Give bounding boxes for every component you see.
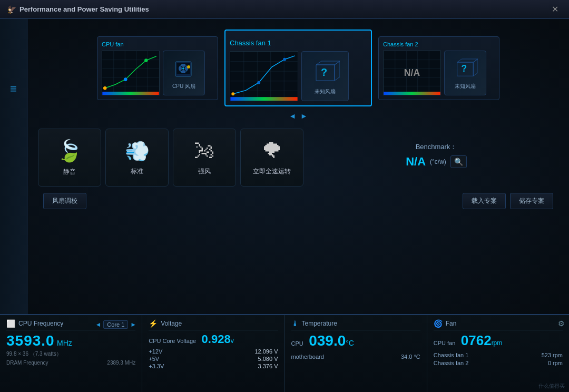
fan-card-chassis1[interactable]: Chassis fan 1: [224, 30, 372, 106]
fan-chassis1-row: Chassis fan 1 523 rpm: [434, 352, 563, 358]
turbo-icon: 🌬: [194, 139, 215, 163]
fan-tune-button[interactable]: 风扇调校: [43, 193, 86, 209]
temp-icon: 🌡: [291, 319, 299, 328]
fan-mode-standard[interactable]: 💨 标准: [105, 129, 169, 187]
fan-card-chassis2[interactable]: Chassis fan 2: [378, 36, 499, 100]
pagination-row: ◄ ►: [38, 112, 558, 120]
temp-main-row: CPU 039.0°C: [291, 332, 420, 349]
save-button[interactable]: 储存专案: [510, 193, 553, 209]
load-button[interactable]: 载入专案: [463, 193, 506, 209]
asus-logo: 🦅: [6, 5, 15, 14]
benchmark-value: N/A: [406, 155, 426, 169]
fan-cpu-unit: rpm: [492, 339, 503, 347]
fan-card-cpu-content: CPU 风扇: [102, 51, 213, 95]
voltage-main-unit: v: [231, 337, 234, 345]
chassis2-fan-icon-box: ? 未知风扇: [444, 51, 486, 95]
svg-rect-49: [384, 92, 440, 95]
benchmark-search-button[interactable]: 🔍: [450, 155, 467, 168]
pagination-prev[interactable]: ◄: [289, 112, 296, 120]
svg-point-16: [181, 64, 185, 67]
core-next-button[interactable]: ►: [130, 321, 136, 328]
benchmark-section: Benchmark： N/A (°c/w) 🔍: [314, 142, 558, 169]
cpu-frequency-section: ⬜ CPU Frequency ◄ Core 1 ► 3593.0 MHz 99…: [0, 315, 142, 392]
fan-mode-fullspeed[interactable]: 🌪 立即全速运转: [240, 129, 303, 187]
benchmark-unit: (°c/w): [430, 158, 446, 165]
temp-cpu-value: 039.0: [309, 332, 346, 349]
svg-text:?: ?: [320, 66, 327, 78]
chassis1-unknown-icon: ?: [311, 57, 340, 86]
pagination-next[interactable]: ►: [300, 112, 308, 120]
voltage-main-row: CPU Core Voltage 0.928v: [149, 332, 278, 346]
turbo-label: 强风: [198, 167, 211, 176]
watermark: 什么值得买: [538, 383, 565, 390]
voltage-5v-row: +5V 5.080 V: [149, 356, 278, 362]
v12-label: +12V: [149, 348, 162, 355]
chassis2-fan-graph: N/A: [383, 51, 441, 95]
svg-point-33: [283, 58, 286, 61]
content-area: CPU fan: [27, 19, 569, 314]
voltage-12v-row: +12V 12.096 V: [149, 348, 278, 355]
voltage-icon: ⚡: [149, 319, 158, 328]
temp-mb-value: 34.0 °C: [401, 354, 420, 360]
cpu-freq-value: 3593.0: [6, 332, 55, 349]
fan-card-chassis2-content: N/A: [383, 51, 495, 95]
chassis1-fan-icon-box: ? 未知风扇: [301, 51, 349, 101]
fan-title: Fan: [446, 320, 457, 327]
fan-header: 🌀 Fan: [434, 319, 563, 330]
svg-point-19: [179, 66, 182, 71]
cpu-freq-unit: MHz: [57, 339, 72, 347]
fan-mode-turbo[interactable]: 🌬 强风: [173, 129, 236, 187]
svg-point-32: [257, 81, 260, 84]
cpu-freq-header: ⬜ CPU Frequency ◄ Core 1 ►: [6, 319, 135, 330]
fan-card-chassis1-title: Chassis fan 1: [230, 39, 367, 47]
core-prev-button[interactable]: ◄: [95, 321, 101, 328]
benchmark-label: Benchmark：: [416, 142, 457, 152]
temp-mb-label: motherboard: [291, 354, 324, 360]
temp-header: 🌡 Temperature: [291, 319, 420, 330]
fan-modes-row: 🍃 静音 💨 标准 🌬 强风 🌪 立即全速运转: [38, 129, 303, 187]
cpu-fan-icon-box: CPU 风扇: [163, 51, 205, 95]
cpu-dram-row: DRAM Frequency 2389.3 MHz: [6, 360, 135, 366]
fan-main-row: CPU fan 0762rpm: [434, 332, 563, 349]
fullspeed-label: 立即全速运转: [253, 167, 291, 176]
chassis1-fan-label: 未知风扇: [315, 88, 336, 95]
fan-cpu-value: 0762: [461, 332, 492, 348]
svg-marker-52: [473, 59, 478, 76]
svg-text:N/A: N/A: [404, 67, 420, 77]
voltage-main-label: CPU Core Voltage: [149, 338, 196, 344]
svg-point-18: [181, 71, 185, 73]
fan-card-cpu[interactable]: CPU fan: [97, 36, 218, 100]
fan-card-cpu-title: CPU fan: [102, 41, 213, 47]
cpu-sub-info: 99.8 × 36 （7.3 watts）: [6, 350, 135, 358]
cpu-fan-graph: [102, 51, 160, 95]
svg-point-11: [144, 58, 148, 62]
fan-cpu-label: CPU fan: [434, 340, 456, 346]
v5-label: +5V: [149, 356, 159, 362]
temp-cpu-unit: °C: [346, 339, 354, 347]
status-bar: ⬜ CPU Frequency ◄ Core 1 ► 3593.0 MHz 99…: [0, 314, 569, 392]
main-container: ≡ CPU fan: [0, 19, 569, 314]
silent-label: 静音: [63, 168, 76, 177]
chassis1-fan-graph: [230, 51, 298, 101]
sidebar-menu-icon[interactable]: ≡: [10, 82, 17, 96]
fan-cards-row: CPU fan: [38, 30, 558, 106]
svg-rect-0: [102, 51, 159, 95]
settings-gear-button[interactable]: ⚙: [558, 319, 565, 328]
temp-title: Temperature: [302, 320, 337, 327]
core-nav: ◄ Core 1 ►: [95, 320, 136, 329]
svg-point-20: [182, 67, 184, 70]
svg-marker-37: [335, 61, 340, 81]
fan-card-chassis2-title: Chassis fan 2: [383, 41, 495, 47]
core-label: Core 1: [103, 320, 128, 329]
voltage-title: Voltage: [161, 320, 182, 327]
cpu-fan-3d-icon: [171, 55, 197, 81]
voltage-section: ⚡ Voltage CPU Core Voltage 0.928v +12V 1…: [142, 315, 284, 392]
close-button[interactable]: ✕: [547, 2, 563, 16]
title-bar: 🦅 Performance and Power Saving Utilities…: [0, 0, 569, 19]
silent-icon: 🍃: [56, 139, 83, 163]
cpu-freq-icon: ⬜: [6, 319, 15, 328]
svg-text:?: ?: [461, 63, 467, 74]
fan-mode-silent[interactable]: 🍃 静音: [38, 129, 101, 187]
voltage-33v-row: +3.3V 3.376 V: [149, 363, 278, 369]
svg-marker-51: [457, 59, 478, 62]
